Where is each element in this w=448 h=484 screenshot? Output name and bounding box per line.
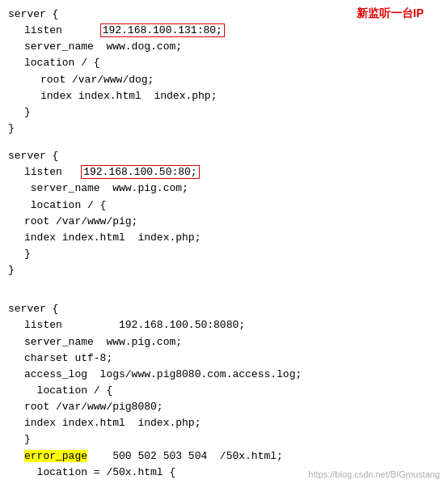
code-line: server { [8, 6, 440, 23]
code-line: } [8, 431, 440, 448]
code-line: listen 192.168.100.50:8080; [8, 317, 440, 333]
code-line: } [8, 262, 440, 278]
error-page-highlight: error_page [24, 450, 87, 462]
code-line: root /var/www/dog; [8, 72, 440, 88]
code-line: error_page 500 502 503 504 /50x.html; [8, 448, 440, 465]
spacer [8, 137, 440, 148]
spacer [8, 290, 440, 301]
code-container: 新监听一台IP server { listen 192.168.100.131:… [0, 0, 448, 484]
code-line: location / { [8, 55, 440, 71]
code-line: } [8, 104, 440, 121]
code-line: listen 192.168.100.131:80; [8, 23, 440, 39]
code-line: root /var/www/pig; [8, 214, 440, 230]
code-line: location / { [8, 197, 440, 214]
code-line: access_log logs/www.pig8080.com.access.l… [8, 367, 440, 383]
ip-highlight-2: 192.168.100.50:80; [81, 165, 199, 179]
watermark-text: https://blog.csdn.net/BIGmustang [308, 469, 440, 479]
ip-highlight-1: 192.168.100.131:80; [100, 23, 225, 37]
spacer [8, 278, 440, 290]
code-line: index index.html index.php; [8, 415, 440, 431]
code-line: server_name www.pig.com; [8, 180, 440, 197]
code-line: server_name www.dog.com; [8, 39, 440, 55]
code-line: index index.html index.php; [8, 230, 440, 246]
code-line: server { [8, 148, 440, 164]
code-line: index index.html index.php; [8, 88, 440, 104]
code-line: root html; [8, 481, 440, 484]
code-line: charset utf-8; [8, 350, 440, 367]
code-line: location / { [8, 383, 440, 399]
code-line: listen 192.168.100.50:80; [8, 164, 440, 180]
server-block-1: server { listen 192.168.100.131:80; serv… [8, 6, 440, 137]
code-line: } [8, 121, 440, 137]
server-block-2: server { listen 192.168.100.50:80; serve… [8, 148, 440, 278]
code-line: root /var/www/pig8080; [8, 399, 440, 415]
code-line: server { [8, 301, 440, 317]
server-block-3: server { listen 192.168.100.50:8080; ser… [8, 301, 440, 484]
code-line: } [8, 246, 440, 262]
code-line: server_name www.pig.com; [8, 334, 440, 350]
